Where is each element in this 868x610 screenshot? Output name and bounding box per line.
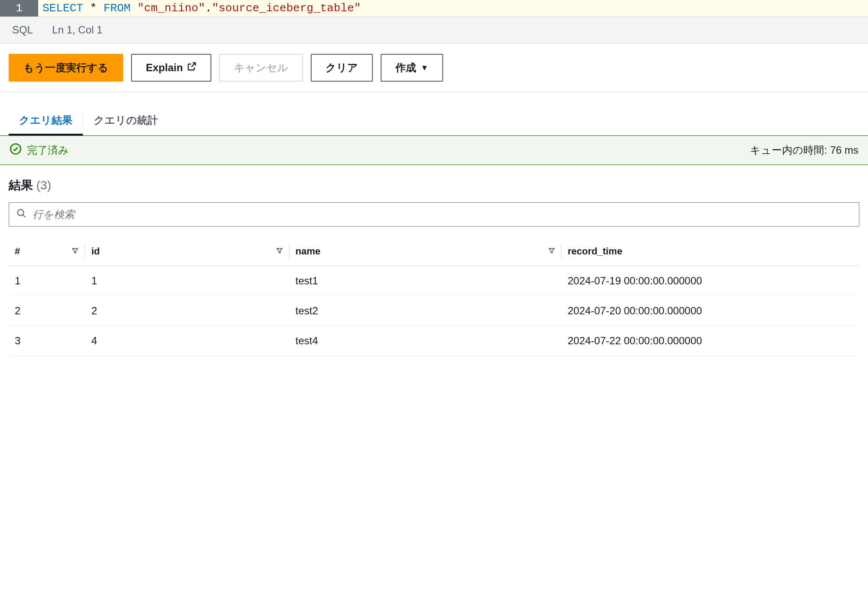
results-count: (3)	[36, 178, 51, 192]
column-header-name-label: name	[296, 246, 320, 257]
clear-button[interactable]: クリア	[311, 54, 373, 82]
queue-time-label: キュー内の時間:	[750, 144, 827, 156]
tab-query-results[interactable]: クエリ結果	[9, 106, 83, 135]
queue-time-value: 76 ms	[830, 144, 858, 156]
sql-dot: .	[205, 2, 212, 15]
column-header-name[interactable]: name	[289, 237, 562, 266]
cell-id: 4	[85, 326, 289, 356]
column-header-record-time-label: record_time	[568, 246, 622, 257]
cell-name: test2	[289, 296, 562, 326]
create-button[interactable]: 作成 ▼	[381, 54, 443, 82]
cell-record_time: 2024-07-22 00:00:00.000000	[562, 326, 859, 356]
status-text: 完了済み	[27, 143, 69, 157]
column-header-record-time[interactable]: record_time	[562, 237, 859, 266]
sql-schema: "cm_niino"	[137, 2, 205, 15]
caret-down-icon: ▼	[421, 63, 428, 73]
cell-rownum: 1	[9, 266, 85, 296]
table-row: 11test12024-07-19 00:00:00.000000	[9, 266, 859, 296]
tab-query-stats-label: クエリの統計	[94, 114, 158, 126]
status-banner: 完了済み キュー内の時間: 76 ms	[0, 135, 868, 165]
results-header: 結果 (3)	[9, 177, 859, 194]
cell-rownum: 3	[9, 326, 85, 356]
cell-name: test1	[289, 266, 562, 296]
table-row: 34test42024-07-22 00:00:00.000000	[9, 326, 859, 356]
cell-rownum: 2	[9, 296, 85, 326]
run-again-label: もう一度実行する	[23, 61, 108, 75]
filter-icon[interactable]	[276, 246, 283, 257]
cell-id: 1	[85, 266, 289, 296]
sql-table: "source_iceberg_table"	[212, 2, 361, 15]
editor-language: SQL	[12, 24, 33, 36]
editor-cursor-position: Ln 1, Col 1	[52, 24, 102, 36]
results-table: # id name r	[9, 237, 859, 356]
search-row-container[interactable]	[9, 202, 859, 227]
cancel-button: キャンセル	[219, 54, 303, 82]
svg-point-1	[18, 210, 24, 216]
results-section: 結果 (3) # id	[0, 165, 868, 356]
search-input[interactable]	[33, 208, 852, 221]
sql-keyword-select: SELECT	[43, 2, 83, 15]
cell-record_time: 2024-07-20 00:00:00.000000	[562, 296, 859, 326]
column-header-rownum-label: #	[15, 246, 20, 257]
filter-icon[interactable]	[71, 246, 79, 257]
search-icon	[16, 208, 33, 221]
editor-gutter: 1	[0, 0, 38, 16]
query-toolbar: もう一度実行する Explain キャンセル クリア 作成 ▼	[0, 43, 868, 92]
cell-record_time: 2024-07-19 00:00:00.000000	[562, 266, 859, 296]
line-number: 1	[16, 2, 23, 15]
external-link-icon	[187, 62, 197, 74]
column-header-id[interactable]: id	[85, 237, 289, 266]
explain-button[interactable]: Explain	[131, 54, 211, 82]
sql-editor[interactable]: 1 SELECT * FROM "cm_niino"."source_icebe…	[0, 0, 868, 17]
column-header-rownum[interactable]: #	[9, 237, 85, 266]
svg-line-2	[23, 215, 25, 217]
column-header-id-label: id	[91, 246, 100, 257]
table-row: 22test22024-07-20 00:00:00.000000	[9, 296, 859, 326]
cell-name: test4	[289, 326, 562, 356]
editor-statusbar: SQL Ln 1, Col 1	[0, 17, 868, 43]
filter-icon[interactable]	[548, 246, 556, 257]
create-label: 作成	[395, 61, 416, 75]
results-tabs: クエリ結果 クエリの統計	[0, 106, 868, 135]
run-again-button[interactable]: もう一度実行する	[9, 54, 123, 82]
editor-content[interactable]: SELECT * FROM "cm_niino"."source_iceberg…	[38, 0, 868, 16]
tab-query-stats[interactable]: クエリの統計	[83, 106, 168, 135]
cancel-label: キャンセル	[234, 61, 288, 75]
cell-id: 2	[85, 296, 289, 326]
sql-keyword-from: FROM	[103, 2, 130, 15]
results-title: 結果	[9, 178, 33, 192]
sql-star: *	[90, 2, 97, 15]
tab-query-results-label: クエリ結果	[19, 114, 72, 126]
check-circle-icon	[10, 143, 22, 158]
clear-label: クリア	[326, 61, 358, 75]
explain-label: Explain	[146, 62, 183, 74]
